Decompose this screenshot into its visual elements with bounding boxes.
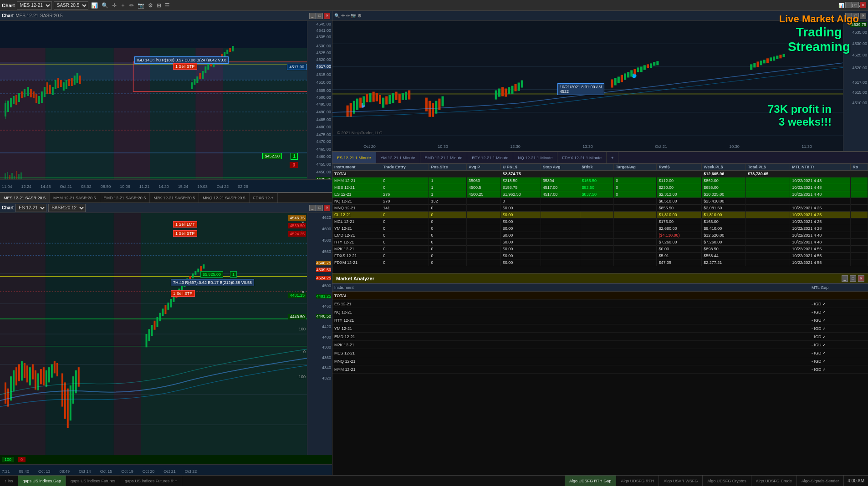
table-row[interactable]: RTY 12-21 0 0 $0.00 $7,260.00 $7,260.00 … [332,239,868,246]
right-chart-axis: Oct 20 10:30 12:30 13:30 Oct 21 10:30 11… [332,144,843,149]
tab-rty-right[interactable]: RTY 12-21 1 Minute [467,152,513,164]
bar-chart-icon[interactable]: 📊 [90,2,99,9]
bottom-sasr-select[interactable]: SASR:20:12 [48,204,86,212]
right-chart-expand[interactable]: ✕ [860,13,866,19]
top-chart-sasr: SASR:20.5 [40,13,62,18]
top-chart-min[interactable]: _ [309,13,316,19]
ma-col-instrument-header: Instrument [334,285,812,290]
table-row[interactable]: MCL 12-21 0 0 $0.00 $173.00 $163.00 10/2… [332,218,868,225]
app-title: Chart [2,3,15,8]
table-row[interactable]: CL 12-21 0 0 $0.00 $1,810.00 $1,810.00 1… [332,212,868,218]
btm-tab-gaps-futures[interactable]: gaps US indices Futures [66,476,120,486]
close-btn[interactable]: ✕ [860,2,866,8]
tab-mym-top[interactable]: MYM 12-21 SASR:20.5 [50,193,100,203]
tab-emd-right[interactable]: EMD 12-21 1 Minute [420,152,468,164]
btm-tab-gaps-gap[interactable]: gaps.US.indices.Gap [18,476,66,486]
btm-tab-algo-usar[interactable]: Algo USAR WSFG [659,476,703,486]
instrument-select[interactable]: MES 12-21 [17,1,52,10]
svg-rect-201 [773,56,775,61]
svg-rect-23 [24,89,26,97]
profit-line2: 3 weeks!!! [768,116,832,128]
btm-tab-algo-rtg-gap[interactable]: Algo.UDSFG RTH Gap [565,476,616,486]
list-item[interactable]: RTY 12-21 - IGU ✓ [332,316,868,324]
svg-rect-204 [783,54,785,57]
tab-ym-right[interactable]: YM 12-21 1 Minute [376,152,420,164]
list-item[interactable]: MYM 12-21 - IGD ✓ [332,365,868,374]
bottom-chart-close[interactable]: ✕ [324,205,330,211]
table-row[interactable]: FDXS 12-21 0 0 $0.00 $5.91 $558.44 10/22… [332,253,868,259]
sasr-select[interactable]: SASR:20.5 [54,1,88,10]
table-row[interactable]: EMD 12-21 0 0 $0.00 ($4,130.00) $12,520.… [332,232,868,239]
search-icon[interactable]: 🔍 [101,2,109,9]
list-item[interactable]: NQ 12-21 - IGD ✓ [332,308,868,316]
ind-0-bar: 0 [18,457,26,462]
profit-text: 73K profit in 3 weeks!!! [768,103,832,128]
minimize-btn[interactable]: _ [845,2,852,8]
bottom-chart-min[interactable]: _ [309,205,316,211]
table-row[interactable]: FDXM 12-21 0 0 $0.00 $47.05 $2,277.21 10… [332,259,868,266]
tab-mnq-top[interactable]: MNQ 12-21 SASR:20.5 [199,193,250,203]
maximize-btn[interactable]: □ [853,2,859,8]
table-row[interactable]: MYM 12-21 0 1 35063 $218.50 35394 $165.5… [332,177,868,184]
svg-rect-18 [10,98,12,107]
sell-stp-btn-1[interactable]: 1 Sell STP [173,230,197,237]
bottom-instrument-select[interactable]: ES 12-21 [15,204,46,212]
svg-rect-110 [72,376,74,404]
ma-close-btn[interactable]: ✕ [858,275,864,282]
table-row[interactable]: M2K 12-21 0 0 $0.00 $0.00 $898.50 10/22/… [332,246,868,253]
list-item[interactable]: EMD 12-21 - IGD ✓ [332,333,868,341]
list-item[interactable]: M2K 12-21 - IGU ✓ [332,341,868,349]
btm-tab-algo-crude[interactable]: Algo.UDSFG Crude [751,476,797,486]
btm-tab-algo-rth[interactable]: Algo UDSFG RTH [616,476,659,486]
btm-tab-algo-sender[interactable]: Algo-Signals-Sender [797,476,844,486]
svg-rect-25 [30,89,32,97]
tab-emd-top[interactable]: EMD 12-21 SASR:20.5 [100,193,150,203]
svg-rect-157 [388,95,391,104]
svg-rect-158 [392,93,394,103]
svg-rect-170 [495,91,497,100]
list-item[interactable]: MNQ 12-21 - IGD ✓ [332,357,868,365]
table-row[interactable]: TOTAL $2,374.75 $12,605.96 $73,730.65 [332,171,868,177]
plus-icon[interactable]: ＋ [119,1,127,9]
table-row[interactable]: NQ 12-21 278 132 0 $8,510.00 $25,410.00 [332,198,868,205]
svg-rect-153 [376,93,378,101]
btm-tab-ins[interactable]: ↑ ins [0,476,18,486]
pencil-icon[interactable]: ✏ [128,2,135,9]
list-item[interactable]: ES 12-21 - IGD ✓ [332,300,868,308]
list-item[interactable]: YM 12-21 - IGD ✓ [332,324,868,333]
tab-es-right[interactable]: ES 12-21 1 Minute [332,152,376,164]
table-row[interactable]: MES 12-21 0 1 4500.5 $193.75 4517.00 $82… [332,184,868,191]
tab-mes-top[interactable]: MES 12-21 SASR:20.5 [0,193,50,203]
ma-minimize-btn[interactable]: _ [842,275,848,282]
btm-tab-algo-cryptos[interactable]: Algo.UDSFG Cryptos [703,476,751,486]
tab-fdxs-top[interactable]: FDXS 12-+ [250,193,278,203]
sell-stp-btn-2[interactable]: 1 Sell STP [171,290,195,297]
svg-rect-195 [753,63,756,67]
ma-restore-btn[interactable]: □ [850,275,856,282]
crosshair-icon[interactable]: ✛ [111,2,117,9]
table-row[interactable]: ES 12-21 276 1 4500.25 $1,962.50 4517.00… [332,191,868,198]
top-chart-max[interactable]: □ [317,13,323,19]
sell-lmt-btn[interactable]: 1 Sell LMT [173,221,197,228]
top-chart-close[interactable]: ✕ [324,13,330,19]
top-chart: Chart MES 12-21 SASR:20.5 _ □ ✕ 4545.00 … [0,11,332,193]
table-row[interactable]: MNQ 12-21 141 0 $0.00 $855.50 $2,081.50 … [332,205,868,212]
tab-add-right[interactable]: + [607,152,618,164]
camera-icon[interactable]: 📷 [137,2,145,9]
table-row[interactable]: YM 12-21 0 0 $0.00 $2,680.00 $9,410.00 1… [332,225,868,232]
svg-rect-87 [7,389,9,407]
qty-indicator: 1 [291,153,298,160]
grid-icon[interactable]: ⊞ [156,2,162,9]
bottom-chart-max[interactable]: □ [317,205,323,211]
tab-nq-right[interactable]: NQ 12-21 1 Minute [513,152,557,164]
svg-rect-94 [26,365,28,382]
tab-m2k-top[interactable]: M2K 12-21 SASR:20.5 [150,193,199,203]
btm-tab-gaps-futures-r[interactable]: gaps.US.indices.Futures.R + [120,476,182,486]
svg-rect-177 [518,82,520,91]
settings-icon[interactable]: ⚙ [147,2,154,9]
sell-stp-btn-top[interactable]: 1 Sell STP [173,63,197,70]
tab-fdax-right[interactable]: FDAX 12-21 1 Minute [557,152,607,164]
list-item[interactable]: MES 12-21 - IGD ✓ [332,349,868,357]
svg-rect-151 [369,93,372,102]
list-icon[interactable]: ☰ [164,2,171,9]
